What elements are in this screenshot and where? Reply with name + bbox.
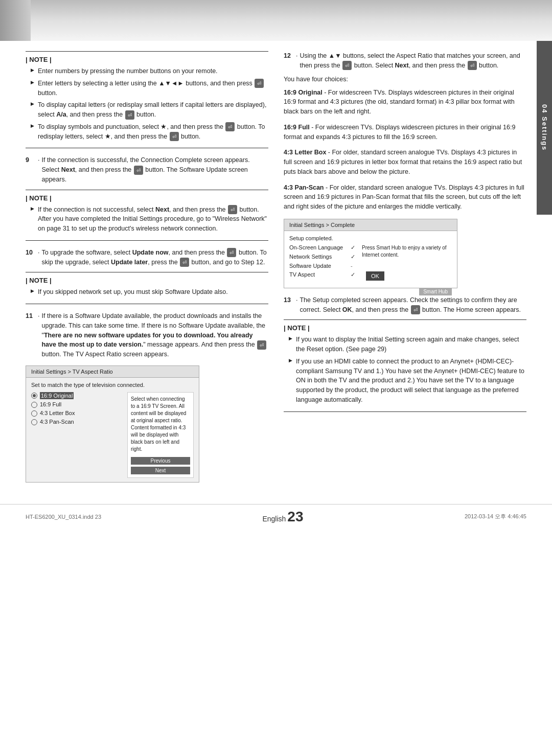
main-content: | NOTE | Enter numbers by pressing the n… <box>0 41 552 499</box>
enter-button-icon <box>255 79 264 88</box>
step-11-number: 11 <box>26 311 36 359</box>
screen-complete: Initial Settings > Complete Setup comple… <box>284 219 457 288</box>
note-list-4: If you want to display the Initial Setti… <box>284 335 526 404</box>
enter-button-icon <box>227 248 236 257</box>
enter-button-icon <box>225 122 235 131</box>
step-9: 9 · If the connection is successful, the… <box>26 155 268 184</box>
footer-file-info: HT-ES6200_XU_0314.indd 23 <box>26 514 101 520</box>
step-9-dot: · <box>38 155 39 184</box>
step-13: 13 · The Setup completed screen appears.… <box>284 295 526 315</box>
step-11-dot: · <box>38 311 39 359</box>
setup-completed-text: Setup completed. <box>289 235 452 241</box>
enter-button-icon <box>170 132 179 141</box>
step-13-text: The Setup completed screen appears. Chec… <box>300 295 526 315</box>
aspect-description-panel: Select when connecting to a 16:9 TV Scre… <box>127 392 194 478</box>
note-box-1: | NOTE | Enter numbers by pressing the n… <box>26 51 268 148</box>
screen-body-1: Set to match the type of television conn… <box>26 378 199 482</box>
note-title-1: | NOTE | <box>26 56 268 63</box>
setup-right-panel: Press Smart Hub to enjoy a variety of In… <box>362 244 452 281</box>
option-label: 16:9 Full <box>40 401 61 407</box>
list-item: If you use an HDMI cable to connect the … <box>289 357 526 405</box>
option-label: 4:3 Pan-Scan <box>40 419 74 425</box>
footer-date: 2012-03-14 오후 4:46:45 <box>465 513 526 520</box>
note-box-3: | NOTE | If you skipped network set up, … <box>26 272 268 304</box>
setup-row-tvaspect: TV Aspect ✓ <box>289 271 359 278</box>
page-label: English <box>262 515 286 523</box>
setup-checkmark: ✓ <box>351 244 359 251</box>
footer-page: English 23 <box>262 509 303 525</box>
aspect-title: 16:9 Original <box>284 89 323 96</box>
enter-button-icon <box>468 61 477 70</box>
you-have-text: You have four choices: <box>284 76 526 83</box>
setup-row-network: Network Settings ✓ <box>289 254 359 260</box>
setup-row-software: Software Update - <box>289 263 359 269</box>
enter-button-icon <box>228 205 237 214</box>
step-9-number: 9 <box>26 155 36 184</box>
previous-button[interactable]: Previous <box>131 457 190 465</box>
note-list-2: If the connection is not successful, sel… <box>26 205 268 234</box>
step-12: 12 · Using the ▲▼ buttons, select the As… <box>284 51 526 71</box>
aspect-option-4: 4:3 Pan-Scan <box>31 419 118 425</box>
list-item: Enter letters by selecting a letter usin… <box>31 79 268 98</box>
screen-complete-body: Setup completed. On-Screen Language ✓ Ne… <box>284 231 457 288</box>
aspect-option-1: 16:9 Original <box>31 392 118 399</box>
note-title-2: | NOTE | <box>26 194 268 202</box>
step-12-dot: · <box>296 51 297 71</box>
setup-label: Network Settings <box>289 254 351 260</box>
enter-button-icon <box>257 340 266 350</box>
right-column: 12 · Using the ▲▼ buttons, select the As… <box>284 51 526 489</box>
next-button[interactable]: Next <box>131 467 190 474</box>
ok-button[interactable]: OK <box>366 271 384 281</box>
screen-title-1: Initial Settings > TV Aspect Ratio <box>26 366 199 378</box>
aspect-title: 4:3 Letter Box <box>284 149 326 156</box>
left-column: | NOTE | Enter numbers by pressing the n… <box>26 51 268 489</box>
option-label: 4:3 Letter Box <box>40 410 75 416</box>
note-title-3: | NOTE | <box>26 277 268 284</box>
step-13-number: 13 <box>284 295 294 315</box>
list-item: If you want to display the Initial Setti… <box>289 335 526 354</box>
enter-button-icon <box>125 110 134 120</box>
setup-row-language: On-Screen Language ✓ <box>289 244 359 251</box>
radio-icon <box>31 410 37 417</box>
screen-complete-title: Initial Settings > Complete <box>284 219 457 231</box>
aspect-desc: - For widescreen TVs. Displays widescree… <box>284 124 515 141</box>
setup-label: On-Screen Language <box>289 244 351 250</box>
enter-button-icon <box>180 258 189 267</box>
smart-hub-button[interactable]: Smart Hub <box>419 288 452 295</box>
setup-checkmark: ✓ <box>351 271 359 278</box>
aspect-desc-text: Select when connecting to a 16:9 TV Scre… <box>131 396 190 453</box>
radio-icon <box>31 393 37 399</box>
list-item: If you skipped network set up, you must … <box>31 287 268 297</box>
step-10-number: 10 <box>26 248 36 267</box>
list-item: If the connection is not successful, sel… <box>31 205 268 234</box>
aspect-option-2: 16:9 Full <box>31 401 118 408</box>
aspect-169-full: 16:9 Full - For widescreen TVs. Displays… <box>284 123 526 142</box>
setup-internet-text: Press Smart Hub to enjoy a variety of In… <box>362 244 452 271</box>
setup-checkmark: ✓ <box>351 254 359 260</box>
note-title-4: | NOTE | <box>284 324 526 332</box>
enter-button-icon <box>342 61 352 70</box>
side-tab: 04 Settings <box>537 41 552 215</box>
setup-label: Software Update <box>289 263 351 269</box>
option-label: 16:9 Original <box>40 392 74 399</box>
step-11-text: If there is a Software Update available,… <box>41 311 268 359</box>
list-item: Enter numbers by pressing the number but… <box>31 66 268 76</box>
enter-button-icon <box>411 305 420 314</box>
setup-label: TV Aspect <box>289 271 351 278</box>
screen-subtitle-1: Set to match the type of television conn… <box>31 382 194 388</box>
note-box-2: | NOTE | If the connection is not succes… <box>26 190 268 241</box>
step-12-text: Using the ▲▼ buttons, select the Aspect … <box>300 51 526 71</box>
aspect-option-3: 4:3 Letter Box <box>31 410 118 417</box>
aspect-43-panscan: 4:3 Pan-Scan - For older, standard scree… <box>284 183 526 212</box>
aspect-options: 16:9 Original 16:9 Full 4:3 Letter Box <box>31 392 118 478</box>
step-10-dot: · <box>38 248 39 267</box>
step-11: 11 · If there is a Software Update avail… <box>26 311 268 359</box>
step-9-text: If the connection is successful, the Con… <box>41 155 268 184</box>
page-number: 23 <box>287 509 303 524</box>
step-10: 10 · To upgrade the software, select Upd… <box>26 248 268 267</box>
step-10-text: To upgrade the software, select Update n… <box>41 248 268 267</box>
step-13-dot: · <box>296 295 297 315</box>
footer: HT-ES6200_XU_0314.indd 23 English 23 201… <box>0 504 552 529</box>
note-list-3: If you skipped network set up, you must … <box>26 287 268 297</box>
radio-icon <box>31 419 37 425</box>
